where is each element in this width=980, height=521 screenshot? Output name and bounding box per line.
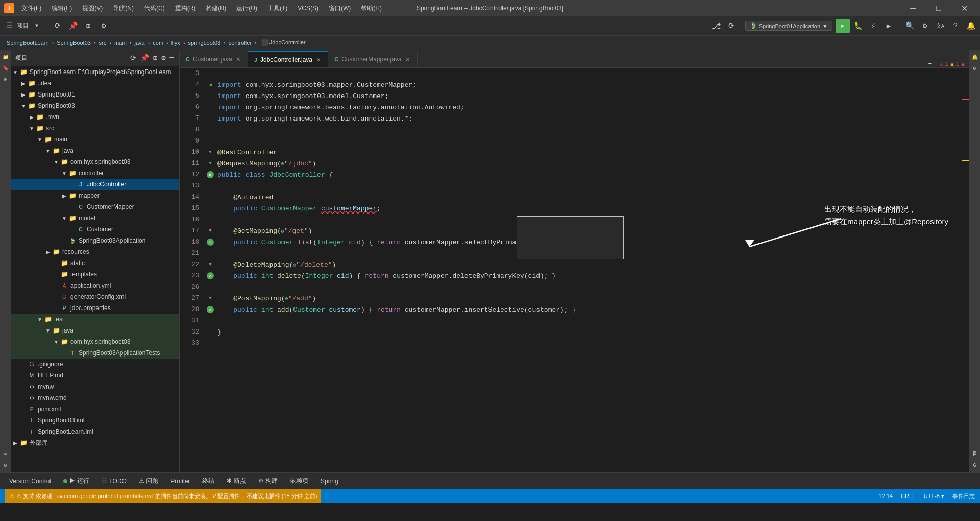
fold-icon-11[interactable]: ▼ [209, 161, 211, 166]
menu-build[interactable]: 构建(B) [203, 3, 229, 14]
tab-jdbccontroller[interactable]: J JdbcController.java × [248, 51, 328, 67]
fold-icon-27[interactable]: ▼ [209, 296, 211, 301]
minimize-button[interactable]: ─ [901, 0, 925, 16]
menu-run[interactable]: 运行(U) [233, 3, 260, 14]
tree-item-pomxml[interactable]: P pom.xml [11, 404, 179, 415]
tree-item-springboot03[interactable]: ▼ 📁 SpringBoot03 [11, 100, 179, 111]
bottom-tab-terminal[interactable]: 终结 [197, 474, 219, 488]
tree-item-model-folder[interactable]: ▼ 📁 model [11, 212, 179, 224]
bottom-tab-build[interactable]: ⚙ 构建 [253, 474, 283, 488]
close-button[interactable]: ✕ [952, 0, 976, 16]
right-icon-database[interactable]: 🗄 [970, 449, 980, 459]
tree-item-idea[interactable]: ▶ 📁 .idea [11, 78, 179, 89]
tree-item-java[interactable]: ▼ 📁 java [11, 145, 179, 156]
panel-action-sync[interactable]: ⟳ [129, 53, 137, 63]
tree-item-extlibs[interactable]: ▶ 📁 外部库 [11, 437, 179, 448]
tree-item-customer[interactable]: C Customer [11, 224, 179, 235]
tree-item-mvnwcmd[interactable]: ⚙ mvnw.cmd [11, 392, 179, 404]
tree-item-testclass[interactable]: T SpringBoot03ApplicationTests [11, 347, 179, 359]
tree-item-templates[interactable]: 📁 templates [11, 269, 179, 280]
bc-springboot03[interactable]: SpringBoot03 [57, 40, 91, 46]
status-event-log[interactable]: 事件日志 [952, 492, 975, 500]
left-icon-structure[interactable]: ⚙ [1, 75, 11, 85]
toolbar-notifications[interactable]: 🔔 [964, 19, 978, 33]
left-icon-bookmark[interactable]: 🔖 [1, 63, 11, 74]
fold-icon-22[interactable]: ▼ [209, 262, 211, 267]
toolbar-vcs-update[interactable]: ⟳ [724, 19, 739, 33]
toolbar-git[interactable]: ⎇ [709, 19, 723, 33]
toolbar-pin[interactable]: 📌 [66, 19, 80, 33]
menu-nav[interactable]: 导航(N) [110, 3, 137, 14]
tree-item-mvn[interactable]: ▶ 📁 .mvn [11, 111, 179, 123]
bc-controller[interactable]: controller [229, 40, 252, 46]
tree-item-main[interactable]: ▼ 📁 main [11, 134, 179, 145]
tree-item-springboot03app[interactable]: 🍃 SpringBoot03Application [11, 235, 179, 246]
panel-action-settings[interactable]: ⚙ [160, 53, 166, 63]
right-icon-structure[interactable]: ⚙ [970, 63, 980, 74]
run-more[interactable]: ▶ [881, 19, 896, 33]
bc-main[interactable]: main [114, 40, 127, 46]
left-icon-project[interactable]: 📁 [1, 52, 11, 62]
menu-window[interactable]: 窗口(W) [326, 3, 354, 14]
bottom-tab-spring[interactable]: Spring [315, 474, 344, 488]
bottom-tab-deps[interactable]: 依赖项 [285, 474, 313, 488]
error-expand-icon[interactable]: ▲ [961, 61, 965, 67]
tree-item-appyml[interactable]: A application.yml [11, 280, 179, 291]
status-encoding[interactable]: UTF-8 ▾ [924, 493, 944, 500]
toolbar-sync[interactable]: ⟳ [51, 19, 65, 33]
tree-item-test[interactable]: ▼ 📁 test [11, 314, 179, 325]
bc-java[interactable]: java [134, 40, 144, 46]
tab-close-jdbccontroller[interactable]: × [315, 56, 322, 64]
tree-item-gitignore[interactable]: G .gitignore [11, 359, 179, 370]
menu-edit[interactable]: 编辑(E) [48, 3, 75, 14]
fold-icon-17[interactable]: ▼ [209, 228, 211, 233]
menu-tools[interactable]: 工具(T) [264, 3, 290, 14]
bottom-tab-problems[interactable]: ⚠ 问题 [134, 474, 163, 488]
menu-refactor[interactable]: 重构(R) [172, 3, 199, 14]
bottom-tab-todo[interactable]: ☰ TODO [96, 474, 132, 488]
tree-item-static[interactable]: 📁 static [11, 257, 179, 269]
tree-item-springbootlearniml[interactable]: I SpringBootLearn.iml [11, 426, 179, 437]
bottom-tab-run[interactable]: ▶ 运行 [58, 474, 94, 488]
right-icon-notifications[interactable]: 🔔 [970, 52, 980, 62]
toolbar-dropdown[interactable]: ▼ [30, 19, 44, 33]
bc-springboot03-pkg[interactable]: springboot03 [188, 40, 221, 46]
toolbar-search[interactable]: 🔍 [902, 19, 917, 33]
panel-action-pin[interactable]: 📌 [139, 53, 150, 63]
tree-item-src[interactable]: ▼ 📁 src [11, 123, 179, 134]
tree-item-pkg[interactable]: ▼ 📁 com.hyx.springboot03 [11, 156, 179, 168]
debug-button[interactable]: 🐛 [851, 19, 865, 33]
tab-customer[interactable]: C Customer.java × [180, 51, 248, 67]
run-button[interactable]: ▶ [836, 19, 850, 33]
bc-src[interactable]: src [99, 40, 107, 46]
toolbar-expand-all[interactable]: ⊞ [81, 19, 95, 33]
toolbar-project-icon[interactable]: ☰ [2, 19, 16, 33]
tree-item-jdbccontroller[interactable]: J JdbcController [11, 179, 179, 190]
status-line-col[interactable]: 12:14 [879, 493, 893, 499]
right-icon-gradle[interactable]: G [970, 460, 980, 470]
bc-springbootlearn[interactable]: SpringBootLearn [7, 40, 49, 46]
toolbar-minimize-panel[interactable]: ─ [112, 19, 126, 33]
tree-item-test-java[interactable]: ▼ 📁 java [11, 325, 179, 336]
menu-view[interactable]: 视图(V) [79, 3, 106, 14]
tree-item-test-pkg[interactable]: ▼ 📁 com.hyx.springboot03 [11, 336, 179, 347]
panel-action-minimize[interactable]: ─ [169, 53, 175, 63]
bottom-tab-vc[interactable]: Version Control [4, 474, 56, 488]
tree-item-mvnw[interactable]: ⚙ mvnw [11, 381, 179, 392]
code-editor[interactable]: 3 4 ◀ import com.hyx.springboot03.mapper… [180, 68, 962, 472]
tree-item-generatorconfig[interactable]: G generatorConfig.xml [11, 291, 179, 302]
tab-more-button[interactable]: ⋯ [928, 60, 932, 67]
bc-com[interactable]: com [153, 40, 163, 46]
tree-item-springbootlearn[interactable]: ▼ 📁 SpringBootLearn E:\OurplayProject\Sp… [11, 66, 179, 78]
toolbar-translate[interactable]: 文A [933, 19, 947, 33]
menu-file[interactable]: 文件(F) [18, 3, 44, 14]
bc-jdbccontroller[interactable]: ⬛JdbcController [260, 39, 306, 46]
left-icon-terminal[interactable]: ⌨ [1, 449, 11, 459]
bottom-tab-breakpoints[interactable]: ✱ 断点 [222, 474, 251, 488]
tree-item-customermapper[interactable]: C CustomerMapper [11, 201, 179, 212]
toolbar-settings-gear[interactable]: ⚙ [918, 19, 932, 33]
status-warning[interactable]: ⚠ ⚠ 支持 依赖项 'java:com.google.protobuf:pro… [5, 489, 321, 503]
tab-close-customer[interactable]: × [235, 55, 241, 63]
tree-item-resources[interactable]: ▶ 📁 resources [11, 246, 179, 257]
maximize-button[interactable]: □ [927, 0, 950, 16]
